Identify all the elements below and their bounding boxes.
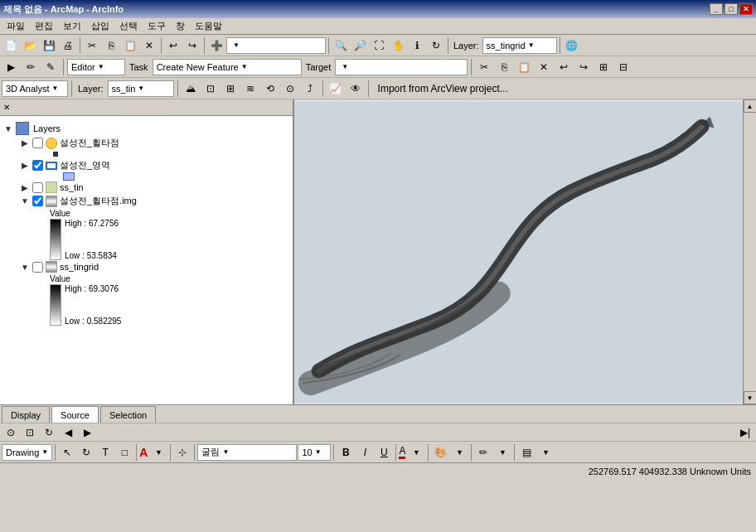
toc-layers-header[interactable]: ▼ Layers	[3, 121, 289, 136]
layer-4-expand[interactable]: ▼	[20, 196, 30, 206]
draw-rotate-button[interactable]: ↻	[77, 443, 95, 462]
menu-edit[interactable]: 편집	[30, 18, 58, 34]
map-area[interactable]	[294, 99, 743, 404]
analyst-btn1[interactable]: ⛰	[182, 80, 200, 98]
analyst-btn6[interactable]: ⊙	[281, 80, 299, 98]
layer-3-expand[interactable]: ▶	[20, 182, 30, 192]
identify-button[interactable]: ℹ	[408, 36, 426, 55]
edit-redo-button[interactable]: ↪	[574, 58, 593, 76]
layer-2-header[interactable]: ▶ 설성전_영역	[20, 158, 289, 172]
layer-4-header[interactable]: ▼ 설성전_휠타점.img	[20, 194, 289, 208]
layer-1-header[interactable]: ▶ 설성전_휠타점	[20, 136, 289, 150]
layer-3-header[interactable]: ▶ ss_tin	[20, 181, 289, 194]
font-name-dropdown[interactable]: 굴림 ▼	[197, 444, 297, 461]
map-nav-btn3[interactable]: ↻	[40, 423, 58, 442]
scroll-down-button[interactable]: ▼	[744, 391, 757, 404]
copy-button[interactable]: ⎘	[102, 36, 120, 55]
layers-expand-icon[interactable]: ▼	[3, 123, 13, 133]
editor-arrow-button[interactable]: ▶	[2, 58, 20, 76]
layer-3-checkbox[interactable]	[32, 182, 43, 193]
tab-selection[interactable]: Selection	[100, 406, 156, 423]
edit-paste-button[interactable]: 📋	[515, 58, 533, 76]
edit-cut-button[interactable]: ✂	[475, 58, 493, 76]
bold-button[interactable]: B	[337, 443, 355, 462]
task-dropdown[interactable]: Create New Feature ▼	[153, 59, 302, 75]
editor-edit-button[interactable]: ✏	[22, 58, 40, 76]
menu-view[interactable]: 보기	[58, 18, 86, 34]
import-arcview-button[interactable]: Import from ArcView project...	[372, 80, 514, 98]
menu-insert[interactable]: 삽입	[86, 18, 114, 34]
analyst-btn3[interactable]: ⊞	[221, 80, 240, 98]
add-data-button[interactable]: ➕	[207, 36, 225, 55]
open-button[interactable]: 📂	[21, 36, 39, 55]
maximize-button[interactable]: □	[724, 3, 738, 15]
draw-polygon-button[interactable]: □	[115, 443, 133, 462]
window-controls[interactable]: _ □ ✕	[710, 3, 753, 15]
map-nav-btn5[interactable]: ▶	[78, 423, 96, 442]
new-button[interactable]: 📄	[2, 36, 20, 55]
layer-5-expand[interactable]: ▼	[20, 262, 30, 272]
map-nav-btn1[interactable]: ⊙	[2, 423, 20, 442]
rotate-button[interactable]: ↻	[427, 36, 445, 55]
zoom-out-button[interactable]: 🔎	[351, 36, 369, 55]
target-dropdown[interactable]: ▼	[335, 59, 468, 75]
toc-close-btn[interactable]: ✕	[3, 103, 10, 112]
analyst-btn2[interactable]: ⊡	[201, 80, 220, 98]
menu-selection[interactable]: 선택	[114, 18, 143, 34]
georef-button[interactable]: 🌐	[563, 36, 581, 55]
edit-delete-button[interactable]: ✕	[535, 58, 553, 76]
layer-dropdown[interactable]: ss_tingrid ▼	[482, 37, 557, 54]
redo-button[interactable]: ↪	[183, 36, 201, 55]
layer-5-header[interactable]: ▼ ss_tingrid	[20, 260, 289, 273]
font-size-dropdown[interactable]: 10 ▼	[298, 444, 331, 461]
draw-select-button[interactable]: ↖	[58, 443, 76, 462]
scale-dropdown[interactable]: ▼	[226, 37, 326, 54]
shadow-dropdown[interactable]: ▼	[536, 443, 555, 462]
layer-5-checkbox[interactable]	[32, 262, 43, 273]
map-nav-end[interactable]: ▶|	[736, 423, 754, 442]
fill-color-dropdown[interactable]: ▼	[450, 443, 468, 462]
tab-source[interactable]: Source	[51, 406, 99, 423]
edit-merge-button[interactable]: ⊞	[594, 58, 613, 76]
menu-tools[interactable]: 도구	[143, 18, 171, 34]
font-color-dropdown[interactable]: ▼	[149, 443, 167, 462]
tab-display[interactable]: Display	[2, 406, 50, 423]
layer-2-checkbox[interactable]	[32, 160, 43, 171]
zoom-full-button[interactable]: ⛶	[370, 36, 388, 55]
editor-sketch-button[interactable]: ✎	[41, 58, 60, 76]
delete-button[interactable]: ✕	[140, 36, 158, 55]
drawing-menu[interactable]: Drawing ▼	[2, 444, 52, 461]
fill-color-button[interactable]: 🎨	[431, 443, 449, 462]
edit-split-button[interactable]: ⊟	[614, 58, 632, 76]
menu-help[interactable]: 도움말	[190, 18, 227, 34]
pan-button[interactable]: ✋	[389, 36, 407, 55]
font-color-btn-dropdown[interactable]: ▼	[407, 443, 425, 462]
layer-2-expand[interactable]: ▶	[20, 161, 30, 171]
print-button[interactable]: 🖨	[59, 36, 77, 55]
paste-button[interactable]: 📋	[121, 36, 139, 55]
layer-1-checkbox[interactable]	[32, 138, 43, 148]
map-nav-btn4[interactable]: ◀	[59, 423, 77, 442]
analyst-menu[interactable]: 3D Analyst ▼	[2, 80, 68, 97]
line-color-button[interactable]: ✏	[474, 443, 492, 462]
analyst-layer-dropdown[interactable]: ss_tin ▼	[108, 80, 174, 97]
draw-text-button[interactable]: T	[96, 443, 114, 462]
draw-edit-points-button[interactable]: ⊹	[173, 443, 191, 462]
analyst-btn4[interactable]: ≋	[241, 80, 259, 98]
save-button[interactable]: 💾	[40, 36, 58, 55]
underline-button[interactable]: U	[375, 443, 393, 462]
edit-undo-button[interactable]: ↩	[555, 58, 573, 76]
undo-button[interactable]: ↩	[164, 36, 182, 55]
zoom-in-button[interactable]: 🔍	[332, 36, 350, 55]
edit-copy-button[interactable]: ⎘	[495, 58, 513, 76]
editor-menu[interactable]: Editor ▼	[67, 59, 125, 75]
menu-window[interactable]: 창	[171, 18, 190, 34]
line-color-dropdown[interactable]: ▼	[493, 443, 511, 462]
cut-button[interactable]: ✂	[83, 36, 101, 55]
analyst-profile-button[interactable]: 📈	[327, 80, 345, 98]
close-button[interactable]: ✕	[739, 3, 753, 15]
menu-file[interactable]: 파일	[2, 18, 30, 34]
analyst-btn5[interactable]: ⟲	[261, 80, 279, 98]
italic-button[interactable]: I	[356, 443, 374, 462]
scroll-up-button[interactable]: ▲	[744, 99, 757, 113]
